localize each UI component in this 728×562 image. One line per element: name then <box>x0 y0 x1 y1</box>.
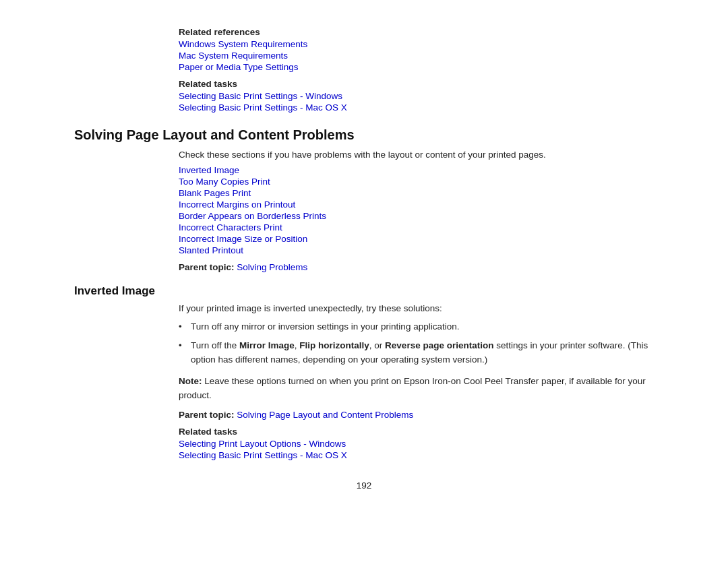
related-tasks-label-bottom: Related tasks <box>179 427 654 437</box>
list-item: Mac System Requirements <box>179 51 654 61</box>
main-parent-topic-label: Parent topic: <box>179 262 235 272</box>
inverted-parent-topic-link[interactable]: Solving Page Layout and Content Problems <box>237 410 413 420</box>
note-bold-label: Note: <box>179 376 202 386</box>
selecting-print-layout-link[interactable]: Selecting Print Layout Options - Windows <box>179 439 346 449</box>
incorrect-characters-link[interactable]: Incorrect Characters Print <box>179 222 282 232</box>
incorrect-image-size-link[interactable]: Incorrect Image Size or Position <box>179 234 307 244</box>
bullet-text-1: Turn off any mirror or inversion setting… <box>191 321 459 332</box>
inverted-image-link[interactable]: Inverted Image <box>179 165 239 175</box>
too-many-copies-link[interactable]: Too Many Copies Print <box>179 177 270 187</box>
related-tasks-label-top: Related tasks <box>179 79 654 89</box>
flip-horizontal-bold: Flip horizontally <box>299 340 369 350</box>
related-tasks-list-bottom: Selecting Print Layout Options - Windows… <box>179 439 654 460</box>
list-item: Inverted Image <box>179 165 654 175</box>
main-links-list: Inverted Image Too Many Copies Print Bla… <box>179 165 654 255</box>
inverted-parent-topic-label: Parent topic: <box>179 410 235 420</box>
list-item: Selecting Basic Print Settings - Mac OS … <box>179 450 654 460</box>
note-content: Leave these options turned on when you p… <box>179 376 646 400</box>
main-parent-topic-link[interactable]: Solving Problems <box>237 262 307 272</box>
selecting-basic-mac-link[interactable]: Selecting Basic Print Settings - Mac OS … <box>179 102 347 113</box>
paper-media-type-link[interactable]: Paper or Media Type Settings <box>179 62 299 72</box>
inverted-image-intro: If your printed image is inverted unexpe… <box>179 303 654 313</box>
related-references-label: Related references <box>179 27 654 37</box>
incorrect-margins-link[interactable]: Incorrect Margins on Printout <box>179 199 295 210</box>
main-section-body: Check these sections if you have problem… <box>179 150 654 272</box>
list-item: Windows System Requirements <box>179 39 654 49</box>
main-section-heading: Solving Page Layout and Content Problems <box>74 127 654 143</box>
windows-system-req-link[interactable]: Windows System Requirements <box>179 39 307 49</box>
list-item: Selecting Basic Print Settings - Windows <box>179 91 654 101</box>
list-item: Too Many Copies Print <box>179 177 654 187</box>
slanted-printout-link[interactable]: Slanted Printout <box>179 245 243 255</box>
bullet-text-2: Turn off the Mirror Image, Flip horizont… <box>191 340 648 364</box>
list-item: Selecting Basic Print Settings - Mac OS … <box>179 102 654 113</box>
list-item: Incorrect Margins on Printout <box>179 199 654 210</box>
border-appears-link[interactable]: Border Appears on Borderless Prints <box>179 211 326 221</box>
mirror-image-bold: Mirror Image <box>239 340 295 350</box>
page-number: 192 <box>74 480 654 491</box>
list-item: Paper or Media Type Settings <box>179 62 654 72</box>
selecting-basic-mac-os-link[interactable]: Selecting Basic Print Settings - Mac OS … <box>179 450 347 460</box>
list-item: Border Appears on Borderless Prints <box>179 211 654 221</box>
mac-system-req-link[interactable]: Mac System Requirements <box>179 51 288 61</box>
list-item: Slanted Printout <box>179 245 654 255</box>
blank-pages-link[interactable]: Blank Pages Print <box>179 188 251 198</box>
list-item: Incorrect Characters Print <box>179 222 654 232</box>
bullet-list: Turn off any mirror or inversion setting… <box>179 320 654 367</box>
top-related-section: Related references Windows System Requir… <box>179 27 654 113</box>
bullet-item-2: Turn off the Mirror Image, Flip horizont… <box>179 339 654 367</box>
note-paragraph: Note: Leave these options turned on when… <box>179 375 654 403</box>
inverted-parent-topic-line: Parent topic: Solving Page Layout and Co… <box>179 410 654 420</box>
selecting-basic-windows-link[interactable]: Selecting Basic Print Settings - Windows <box>179 91 342 101</box>
list-item: Blank Pages Print <box>179 188 654 198</box>
main-parent-topic-line: Parent topic: Solving Problems <box>179 262 654 272</box>
inverted-image-heading: Inverted Image <box>74 284 654 298</box>
list-item: Incorrect Image Size or Position <box>179 234 654 244</box>
reverse-orientation-bold: Reverse page orientation <box>385 340 493 350</box>
related-tasks-list-top: Selecting Basic Print Settings - Windows… <box>179 91 654 113</box>
list-item: Selecting Print Layout Options - Windows <box>179 439 654 449</box>
bullet-item-1: Turn off any mirror or inversion setting… <box>179 320 654 334</box>
content-area: Related references Windows System Requir… <box>74 27 654 491</box>
inverted-image-body: If your printed image is inverted unexpe… <box>179 303 654 460</box>
main-intro-text: Check these sections if you have problem… <box>179 150 654 160</box>
related-references-list: Windows System Requirements Mac System R… <box>179 39 654 72</box>
inverted-related-tasks: Related tasks Selecting Print Layout Opt… <box>179 427 654 460</box>
